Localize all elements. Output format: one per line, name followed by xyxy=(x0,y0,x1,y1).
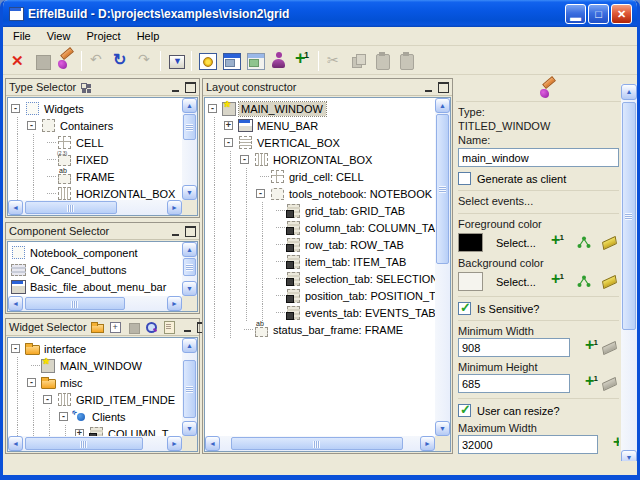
panel-titlebar[interactable]: Component Selector xyxy=(6,223,199,240)
scroll-up-icon[interactable]: ▲ xyxy=(435,98,450,113)
paint-icon[interactable] xyxy=(538,80,558,100)
horizontal-scrollbar[interactable]: ◄ ► xyxy=(205,436,435,451)
menu-view[interactable]: View xyxy=(39,28,79,44)
scroll-right-icon[interactable]: ► xyxy=(167,296,182,311)
scroll-up-icon[interactable]: ▲ xyxy=(182,242,197,257)
scroll-down-icon[interactable]: ▼ xyxy=(182,185,197,200)
tree-row[interactable]: selection_tab: SELECTION xyxy=(205,270,450,287)
panel-minimize-icon[interactable] xyxy=(424,82,435,93)
scroll-right-icon[interactable]: ► xyxy=(420,436,435,451)
collapse-toggle[interactable]: - xyxy=(11,104,20,113)
add-one-button[interactable] xyxy=(291,49,315,73)
plus-one-icon[interactable] xyxy=(612,437,619,452)
tree-row[interactable]: -GRID_ITEM_FINDE xyxy=(8,391,197,408)
close-button[interactable]: ✕ xyxy=(611,4,632,24)
collapse-toggle[interactable]: - xyxy=(27,378,36,387)
search-icon[interactable] xyxy=(144,320,159,334)
tree-row[interactable]: -Clients xyxy=(8,408,197,425)
collapse-toggle[interactable]: - xyxy=(11,344,20,353)
collapse-toggle[interactable]: - xyxy=(59,412,68,421)
export-button[interactable] xyxy=(164,49,188,73)
scrollbar-thumb[interactable] xyxy=(622,102,636,330)
background-select-button[interactable]: Select... xyxy=(493,275,539,289)
scroll-left-icon[interactable]: ◄ xyxy=(8,296,23,311)
scroll-up-icon[interactable]: ▲ xyxy=(182,338,197,353)
scroll-right-icon[interactable]: ► xyxy=(167,436,182,451)
inherit-icon[interactable] xyxy=(577,236,591,249)
panel-minimize-icon[interactable] xyxy=(171,226,182,237)
square-icon[interactable] xyxy=(126,320,141,334)
tree-row[interactable]: -Widgets xyxy=(8,100,197,117)
scroll-down-icon[interactable]: ▼ xyxy=(182,281,197,296)
user-can-resize-checkbox[interactable] xyxy=(458,404,471,417)
panel-maximize-icon[interactable] xyxy=(185,226,196,237)
title-bar[interactable]: EiffelBuild - D:\projects\examples\visio… xyxy=(3,0,637,27)
window-preview-button[interactable] xyxy=(219,49,243,73)
list-item[interactable]: Ok_Cancel_buttons xyxy=(8,261,197,278)
list-item[interactable]: Basic_file_about_menu_bar xyxy=(8,278,197,295)
panel-minimize-icon[interactable] xyxy=(183,322,194,333)
scroll-down-icon[interactable]: ▼ xyxy=(435,421,450,436)
tree-row[interactable]: CELL xyxy=(8,134,197,151)
scroll-left-icon[interactable]: ◄ xyxy=(205,436,220,451)
vertical-scrollbar[interactable]: ▲ ▼ xyxy=(182,98,197,200)
vertical-scrollbar[interactable]: ▲ ▼ xyxy=(621,84,637,466)
tree-row[interactable]: -VERTICAL_BOX xyxy=(205,134,450,151)
tree-row[interactable]: +MENU_BAR xyxy=(205,117,450,134)
name-input[interactable] xyxy=(458,148,619,167)
scrollbar-thumb[interactable] xyxy=(183,114,196,140)
tree-row[interactable]: -interface xyxy=(8,340,197,357)
tree-row[interactable]: MAIN_WINDOW xyxy=(8,357,197,374)
list-item[interactable]: Notebook_component xyxy=(8,244,197,261)
collapse-toggle[interactable]: - xyxy=(256,189,265,198)
vertical-scrollbar[interactable]: ▲ ▼ xyxy=(435,98,450,436)
component-doc-icon[interactable] xyxy=(162,320,177,334)
expand-toggle[interactable]: + xyxy=(224,121,233,130)
select-events-button[interactable]: Select events... xyxy=(458,195,619,207)
tree-row[interactable]: -misc xyxy=(8,374,197,391)
panel-titlebar[interactable]: Type Selector xyxy=(6,79,199,96)
scroll-up-icon[interactable]: ▲ xyxy=(621,84,637,100)
tree-row[interactable]: FIXED xyxy=(8,151,197,168)
vertical-scrollbar[interactable]: ▲ ▼ xyxy=(182,242,197,296)
tree-row[interactable]: FRAME xyxy=(8,168,197,185)
is-sensitive-checkbox[interactable] xyxy=(458,302,471,315)
panel-titlebar[interactable]: Layout constructor xyxy=(203,79,452,96)
scroll-right-icon[interactable]: ► xyxy=(167,200,182,215)
folder-icon[interactable] xyxy=(90,320,105,334)
plus-one-icon[interactable] xyxy=(550,235,566,250)
foreground-swatch[interactable] xyxy=(458,233,483,252)
tree-row[interactable]: -tools_notebook: NOTEBOOK xyxy=(205,185,450,202)
generate-as-client-checkbox[interactable] xyxy=(458,172,471,185)
menu-project[interactable]: Project xyxy=(78,28,128,44)
eraser-icon[interactable] xyxy=(602,274,617,288)
tree-row[interactable]: column_tab: COLUMN_TA xyxy=(205,219,450,236)
collapse-toggle[interactable]: - xyxy=(224,138,233,147)
collapse-toggle[interactable]: - xyxy=(240,155,249,164)
background-swatch[interactable] xyxy=(458,272,483,291)
tree-row[interactable]: position_tab: POSITION_T xyxy=(205,287,450,304)
tree-row[interactable]: row_tab: ROW_TAB xyxy=(205,236,450,253)
foreground-select-button[interactable]: Select... xyxy=(493,236,539,250)
tree-row[interactable]: -HORIZONTAL_BOX xyxy=(205,151,450,168)
panel-titlebar[interactable]: Widget Selector xyxy=(6,319,199,336)
horizontal-scrollbar[interactable]: ◄ ► xyxy=(8,436,182,451)
scroll-up-icon[interactable]: ▲ xyxy=(182,98,197,113)
inherit-icon[interactable] xyxy=(577,275,591,288)
panel-minimize-icon[interactable] xyxy=(171,82,182,93)
menu-help[interactable]: Help xyxy=(129,28,168,44)
tree-row[interactable]: grid_tab: GRID_TAB xyxy=(205,202,450,219)
tree-row[interactable]: status_bar_frame: FRAME xyxy=(205,321,450,338)
paint-button[interactable] xyxy=(54,49,78,73)
tree-row[interactable]: -MAIN_WINDOW xyxy=(205,100,450,117)
menu-file[interactable]: File xyxy=(5,28,39,44)
settings-window-button[interactable] xyxy=(195,49,219,73)
minimum-width-input[interactable] xyxy=(458,338,570,357)
collapse-toggle[interactable]: - xyxy=(27,121,36,130)
plus-one-icon[interactable] xyxy=(550,274,566,289)
tree-row[interactable]: item_tab: ITEM_TAB xyxy=(205,253,450,270)
collapse-toggle[interactable]: - xyxy=(43,395,52,404)
tree-row[interactable]: grid_cell: CELL xyxy=(205,168,450,185)
delete-button[interactable] xyxy=(6,49,30,73)
horizontal-scrollbar[interactable]: ◄ ► xyxy=(8,200,182,215)
